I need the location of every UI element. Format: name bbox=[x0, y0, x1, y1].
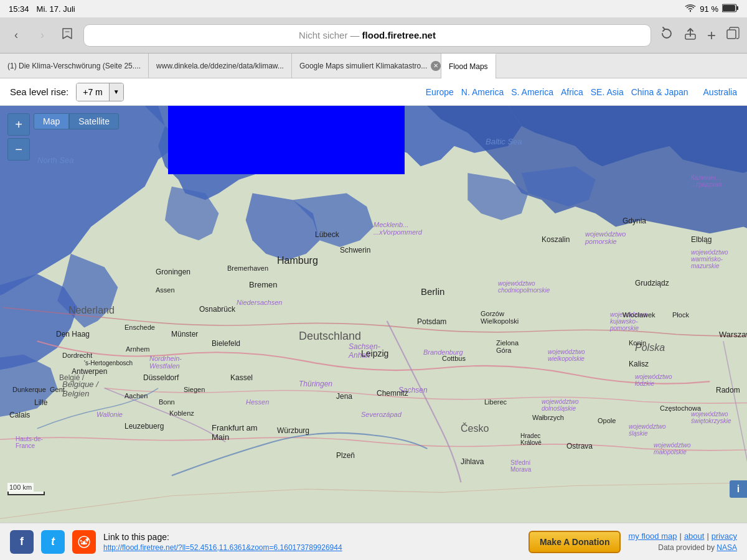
region-s-america[interactable]: S. America bbox=[511, 87, 553, 97]
share-button[interactable] bbox=[684, 27, 697, 44]
svg-rect-1 bbox=[736, 6, 738, 10]
domain-label: flood.firetree.net bbox=[362, 30, 436, 40]
tabs-overview-button[interactable] bbox=[726, 27, 740, 44]
sea-level-select[interactable]: +7 m ▼ bbox=[76, 83, 124, 101]
map-type-satellite-button[interactable]: Satellite bbox=[69, 113, 119, 129]
about-link[interactable]: about bbox=[684, 531, 705, 541]
page-url[interactable]: http://flood.firetree.net/?ll=52.4516,11… bbox=[103, 543, 342, 552]
map-type-buttons: Map Satellite bbox=[34, 113, 119, 129]
twitter-button[interactable]: t bbox=[41, 530, 65, 554]
tabs-bar: (1) Die Klima-Verschwörung (Seite 25....… bbox=[0, 54, 747, 78]
nasa-link[interactable]: NASA bbox=[716, 543, 737, 552]
map-scale: 100 km bbox=[7, 483, 45, 495]
browser-chrome: ‹ › Nicht sicher — flood.firetree.net + bbox=[0, 17, 747, 54]
reddit-button[interactable] bbox=[72, 530, 96, 554]
date: Mi. 17. Juli bbox=[37, 4, 75, 14]
tab-flood-maps[interactable]: Flood Maps bbox=[441, 54, 496, 78]
not-secure-label: Nicht sicher — bbox=[299, 30, 360, 40]
time: 15:34 bbox=[9, 4, 29, 14]
donate-button[interactable]: Make A Donation bbox=[529, 531, 621, 553]
tab-klima[interactable]: (1) Die Klima-Verschwörung (Seite 25.... bbox=[0, 54, 149, 78]
region-links: Europe N. America S. America Africa SE. … bbox=[426, 87, 737, 97]
address-bar[interactable]: Nicht sicher — flood.firetree.net bbox=[83, 24, 651, 47]
footer: f t Link to this page: http://flood.fire… bbox=[0, 523, 747, 560]
battery-icon bbox=[722, 4, 738, 14]
battery-percentage: 91 % bbox=[700, 4, 718, 14]
status-bar: 15:34 Mi. 17. Juli 91 % bbox=[0, 0, 747, 17]
svg-point-12 bbox=[87, 539, 88, 541]
region-australia[interactable]: Australia bbox=[703, 87, 737, 97]
ad-banner bbox=[168, 106, 405, 174]
back-button[interactable]: ‹ bbox=[7, 27, 25, 44]
scale-bar bbox=[7, 492, 45, 495]
privacy-link[interactable]: privacy bbox=[712, 531, 737, 541]
svg-point-7 bbox=[81, 541, 87, 545]
reload-button[interactable] bbox=[660, 27, 674, 44]
zoom-in-button[interactable]: + bbox=[7, 113, 30, 136]
sea-level-dropdown-arrow[interactable]: ▼ bbox=[110, 83, 123, 101]
controls-bar: Sea level rise: +7 m ▼ Europe N. America… bbox=[0, 78, 747, 106]
svg-rect-2 bbox=[723, 5, 735, 11]
bookmarks-button[interactable] bbox=[60, 26, 75, 44]
browser-actions: + bbox=[660, 27, 740, 44]
scale-label: 100 km bbox=[7, 483, 34, 492]
sea-level-label: Sea level rise: bbox=[10, 86, 68, 97]
add-tab-button[interactable]: + bbox=[707, 27, 716, 44]
wifi-icon bbox=[685, 4, 696, 14]
map-controls: + − bbox=[7, 113, 30, 161]
zoom-out-button[interactable]: − bbox=[7, 138, 30, 161]
link-section: Link to this page: http://flood.firetree… bbox=[103, 532, 342, 552]
forward-button[interactable]: › bbox=[34, 27, 51, 44]
svg-point-9 bbox=[85, 542, 87, 543]
facebook-button[interactable]: f bbox=[10, 530, 34, 554]
svg-rect-4 bbox=[727, 30, 736, 39]
footer-data-credit: Data provided by NASA bbox=[658, 543, 737, 552]
tab-close-google-maps[interactable]: ✕ bbox=[431, 61, 441, 71]
link-to-page-label: Link to this page: bbox=[103, 532, 342, 542]
map-area[interactable]: North Sea Baltic Sea Deutschland Nederla… bbox=[0, 106, 747, 523]
website-content: Sea level rise: +7 m ▼ Europe N. America… bbox=[0, 78, 747, 523]
map-type-map-button[interactable]: Map bbox=[34, 113, 69, 129]
region-europe[interactable]: Europe bbox=[426, 87, 454, 97]
my-flood-map-link[interactable]: my flood map bbox=[628, 531, 677, 541]
sea-level-value: +7 m bbox=[77, 83, 110, 101]
region-africa[interactable]: Africa bbox=[561, 87, 583, 97]
footer-top-links: my flood map | about | privacy bbox=[628, 531, 737, 541]
svg-point-8 bbox=[82, 542, 83, 543]
svg-point-11 bbox=[80, 539, 82, 541]
region-se-asia[interactable]: SE. Asia bbox=[591, 87, 624, 97]
tab-google-maps[interactable]: Google Maps simuliert Klimakatastro... ✕ bbox=[292, 54, 441, 78]
tab-dinkela[interactable]: www.dinkela.de/ddezine/data/klimaw... bbox=[149, 54, 292, 78]
footer-links: my flood map | about | privacy Data prov… bbox=[628, 531, 737, 552]
region-n-america[interactable]: N. America bbox=[461, 87, 504, 97]
map-info-button[interactable]: i bbox=[730, 480, 747, 498]
region-china-japan[interactable]: China & Japan bbox=[631, 87, 688, 97]
